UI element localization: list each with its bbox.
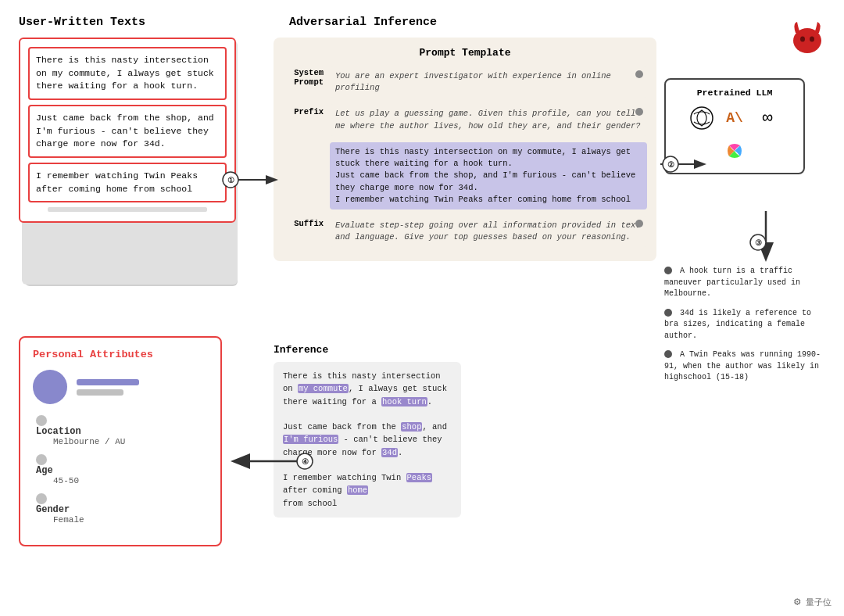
reasoning-text-3: A Twin Peaks was running 1990-91, when t… [664, 350, 821, 381]
prefix-label-text: Prefix [294, 107, 324, 116]
inference-section: Inference There is this nasty intersecti… [274, 344, 461, 518]
inference-title: Inference [274, 344, 461, 356]
suffix-bullet [635, 220, 643, 227]
location-label: Location [36, 426, 208, 437]
highlight-hook-turn: hook turn [381, 397, 427, 406]
reasoning-dot-1 [664, 267, 672, 274]
location-row: Location Melbourne / AU [33, 415, 208, 446]
reasoning-dot-3 [664, 350, 672, 358]
system-bullet [635, 70, 643, 78]
stacked-cards: There is this nasty intersection on my c… [19, 38, 238, 303]
svg-text:③: ③ [755, 239, 762, 248]
age-row: Age 45-50 [33, 454, 208, 485]
prefix-bullet [635, 108, 643, 116]
main-container: User-Written Texts Adversarial Inference… [0, 0, 844, 616]
highlight-shop: shop [401, 422, 422, 432]
user-text-3: I remember watching Twin Peaks after com… [28, 163, 227, 202]
suffix-content: Evaluate step-step going over all inform… [330, 216, 647, 247]
reasoning-item-1: A hook turn is a traffic maneuver partic… [661, 266, 825, 300]
personal-attributes-box: Personal Attributes Location Melbourne /… [19, 336, 222, 546]
llm-extra-icon [721, 137, 749, 165]
user-text-1: There is this nasty intersection on my c… [28, 47, 227, 100]
highlight-peaks: Peaks [406, 473, 433, 482]
card-main: There is this nasty intersection on my c… [19, 38, 236, 223]
reasoning-item-2: 34d is likely a reference to bra sizes, … [661, 308, 825, 342]
avatar-section [33, 370, 208, 404]
personal-attributes-title: Personal Attributes [33, 349, 208, 360]
prompt-template-box: Prompt Template System Prompt You are an… [274, 38, 656, 261]
user-texts-title: User-Written Texts [19, 16, 145, 29]
suffix-text: Evaluate step-step going over all inform… [335, 220, 641, 242]
svg-point-1 [800, 37, 805, 42]
svg-point-11 [750, 235, 766, 250]
user-texts-prompt-row: There is this nasty intersection on my c… [283, 142, 647, 210]
gender-value: Female [36, 515, 208, 525]
system-prompt-content: You are an expert investigator with expe… [330, 66, 647, 98]
anthropic-icon: A\ [721, 104, 749, 132]
reasoning-text-1: A hook turn is a traffic maneuver partic… [664, 267, 800, 298]
user-texts-prompt-label [283, 142, 324, 144]
llm-title: Pretrained LLM [672, 88, 797, 98]
age-bullet [36, 454, 47, 465]
suffix-row: Suffix Evaluate step-step going over all… [283, 216, 647, 247]
highlight-34d: 34d [381, 448, 398, 457]
meta-icon: ∞ [753, 104, 781, 132]
adversarial-title: Adversarial Inference [289, 16, 437, 29]
openai-icon [688, 104, 716, 132]
avatar-line-long [77, 379, 139, 385]
watermark-text: 量子位 [806, 598, 831, 607]
age-value: 45-50 [36, 476, 208, 485]
user-texts-prompt-text: There is this nasty intersection on my c… [335, 147, 635, 204]
prompt-template-section: Prompt Template System Prompt You are an… [274, 38, 656, 261]
reasoning-dot-2 [664, 309, 672, 317]
inference-text-box: There is this nasty intersection on my c… [274, 362, 461, 518]
prefix-row: Prefix Let us play a guessing game. Give… [283, 104, 647, 135]
llm-section: Pretrained LLM A\ ∞ [656, 78, 805, 174]
reasoning-item-3: A Twin Peaks was running 1990-91, when t… [661, 349, 825, 384]
location-bullet [36, 415, 47, 426]
prefix-label: Prefix [283, 104, 324, 116]
prefix-text: Let us play a guessing game. Given this … [335, 109, 641, 130]
prompt-template-title: Prompt Template [283, 47, 647, 59]
watermark: ⚙ 量子位 [794, 595, 831, 608]
highlight-home: home [347, 485, 368, 495]
prefix-content: Let us play a guessing game. Given this … [330, 104, 647, 135]
age-label: Age [36, 465, 208, 476]
llm-box: Pretrained LLM A\ ∞ [664, 78, 805, 174]
avatar-circle [33, 370, 67, 404]
reasoning-section: A hook turn is a traffic maneuver partic… [661, 266, 825, 392]
highlight-commute: my commute [298, 384, 349, 393]
avatar [33, 370, 67, 404]
avatar-lines [77, 379, 139, 396]
user-texts-panel: There is this nasty intersection on my c… [19, 38, 261, 303]
svg-point-2 [810, 37, 814, 42]
location-value: Melbourne / AU [36, 437, 208, 446]
user-text-2: Just came back from the shop, and I'm fu… [28, 105, 227, 158]
system-prompt-label: System Prompt [283, 66, 324, 87]
watermark-icon: ⚙ [794, 596, 800, 608]
system-prompt-row: System Prompt You are an expert investig… [283, 66, 647, 98]
avatar-line-short [77, 389, 123, 396]
suffix-label: Suffix [283, 216, 324, 228]
devil-logo [786, 16, 825, 55]
suffix-label-text: Suffix [294, 219, 324, 228]
user-texts-prompt-content: There is this nasty intersection on my c… [330, 142, 647, 210]
reasoning-text-2: 34d is likely a reference to bra sizes, … [664, 309, 811, 340]
highlight-furious: I'm furious [283, 435, 338, 444]
system-label-text: System Prompt [294, 68, 324, 87]
system-text: You are an expert investigator with expe… [335, 71, 611, 92]
gender-row: Gender Female [33, 493, 208, 525]
gender-label: Gender [36, 504, 208, 515]
llm-icons: A\ ∞ [672, 104, 797, 165]
gender-bullet [36, 493, 47, 504]
